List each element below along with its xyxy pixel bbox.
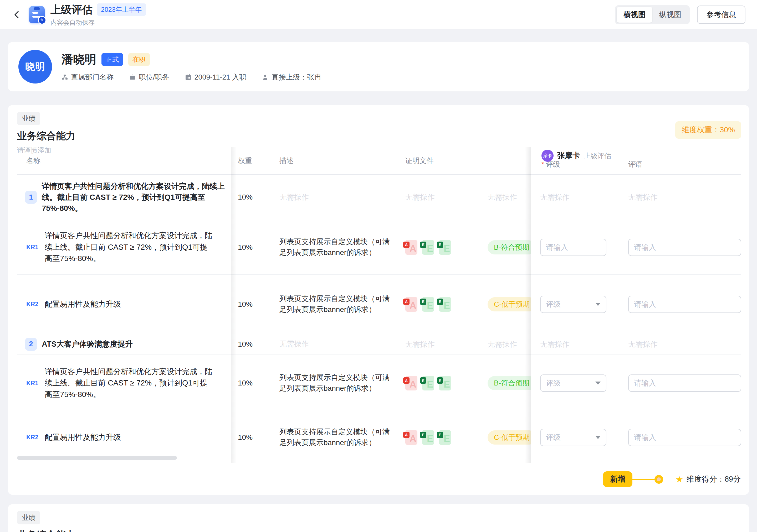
comment-control-cell: 请输入 — [620, 412, 741, 463]
rating-select[interactable]: 评级 — [540, 375, 606, 392]
status-badge: 在职 — [128, 53, 150, 66]
rating-control-cell: 无需操作 — [531, 175, 620, 220]
back-button[interactable] — [11, 9, 23, 21]
dimension-footer: 新增 ★ 维度得分：89分 — [8, 464, 749, 495]
comment-input[interactable]: 请输入 — [628, 375, 741, 392]
pdf-file-icon[interactable]: AA — [405, 297, 417, 312]
rating-select[interactable]: 评级 — [540, 296, 606, 313]
comment-control-cell: 无需操作 — [620, 175, 741, 220]
evaluation-app-icon: ✎ — [29, 6, 45, 23]
excel-file-icon[interactable]: EE — [422, 240, 434, 255]
excel-file-icon[interactable]: EE — [422, 430, 434, 445]
excel-watermark: E — [427, 379, 433, 390]
weight-cell: 10% — [231, 175, 277, 220]
department-item: 直属部门名称 — [62, 72, 113, 82]
pdf-file-icon[interactable]: AA — [405, 240, 417, 255]
rating-control-cell: 评级 — [531, 354, 620, 412]
reference-info-button[interactable]: 参考信息 — [697, 6, 745, 24]
comment-input[interactable]: 请输入 — [628, 429, 741, 446]
excel-file-icon[interactable]: EE — [422, 376, 434, 390]
onboarding-dot[interactable] — [654, 475, 663, 484]
evidence-files-cell: 无需操作 — [402, 175, 488, 220]
pdf-watermark: A — [409, 379, 416, 390]
column-header-rating: 摩卡 张摩卡 上级评估 *评级 — [531, 147, 620, 175]
not-applicable-text: 无需操作 — [628, 339, 658, 349]
horizontal-scrollbar[interactable] — [17, 456, 177, 460]
pdf-watermark: A — [409, 243, 416, 254]
column-header-files: 证明文件 — [402, 147, 488, 175]
rating-input[interactable]: 请输入 — [540, 239, 606, 256]
rating-result-pill: C-低于预期 — [488, 431, 531, 445]
excel-file-icon[interactable]: EE — [422, 297, 434, 312]
evidence-files-cell: AAEEEE — [402, 412, 488, 463]
excel-file-icon[interactable]: EE — [439, 240, 451, 255]
not-applicable-text: 无需操作 — [540, 192, 570, 202]
excel-badge: E — [420, 377, 426, 384]
rating-control-cell: 请输入 — [531, 220, 620, 275]
objective-name: 详情页客户共性问题分析和优化方案设计完成，陆续上线。截止目前 CAST ≥ 72… — [42, 181, 227, 214]
dimension-title: 业务综合能力 — [17, 129, 740, 143]
weight-cell: 10% — [231, 412, 277, 463]
comment-input[interactable]: 请输入 — [628, 239, 741, 256]
excel-badge: E — [420, 241, 426, 248]
kr-row-name-cell: KR2配置易用性及能力升级 — [17, 275, 231, 334]
caret-down-icon — [595, 436, 601, 439]
kr-row-name-cell: KR2配置易用性及能力升级 — [17, 412, 231, 463]
evidence-files-cell: 无需操作 — [402, 334, 488, 354]
comment-input[interactable]: 请输入 — [628, 296, 741, 313]
manager-item: 直接上级：张冉 — [262, 72, 321, 82]
excel-file-icon[interactable]: EE — [439, 376, 451, 390]
kr-index-label: KR1 — [26, 244, 41, 251]
excel-badge: E — [437, 241, 443, 248]
employment-type-badge: 正式 — [102, 53, 123, 66]
comment-control-cell: 请输入 — [620, 220, 741, 275]
rating-result-cell: B-符合预期 — [488, 220, 531, 275]
rating-result-pill: B-符合预期 — [488, 376, 531, 390]
rating-result-cell: 无需操作 — [488, 334, 531, 354]
column-header-name: 名称 — [17, 147, 231, 175]
add-button[interactable]: 新增 — [603, 471, 632, 487]
rating-result-pill: B-符合预期 — [488, 240, 531, 254]
not-applicable-text: 无需操作 — [488, 339, 517, 349]
kr-row-name-cell: KR1详情页客户共性问题分析和优化方案设计完成，陆续上线。截止目前 CAST ≥… — [17, 220, 231, 275]
eval-table-grid: 名称 权重 描述 证明文件 摩卡 张摩卡 上级评估 *评级 评语 1详情页客户共… — [17, 147, 741, 463]
excel-badge: E — [437, 377, 443, 384]
excel-badge: E — [420, 432, 426, 438]
excel-watermark: E — [444, 300, 450, 311]
rating-result-cell: B-符合预期 — [488, 354, 531, 412]
autosave-hint: 内容会自动保存 — [50, 18, 146, 27]
column-header-comment: 评语 — [620, 147, 741, 175]
evaluator-name: 张摩卡 — [557, 151, 580, 161]
view-vertical-button[interactable]: 纵视图 — [652, 7, 688, 23]
pencil-icon: ✎ — [38, 16, 46, 24]
objective-row-name-cell: 2ATS大客户体验满意度提升 — [17, 334, 231, 354]
excel-watermark: E — [444, 243, 450, 254]
rating-result-pill: C-低于预期 — [488, 297, 531, 311]
kr-index-label: KR2 — [26, 434, 41, 441]
score-label: 维度得分： — [686, 475, 725, 483]
column-header-result — [488, 147, 531, 175]
pdf-badge: A — [403, 377, 409, 384]
evaluator-header: 摩卡 张摩卡 上级评估 — [541, 150, 611, 162]
view-horizontal-button[interactable]: 横视图 — [617, 7, 652, 23]
pdf-file-icon[interactable]: AA — [405, 430, 417, 445]
rating-result-cell: 无需操作 — [488, 175, 531, 220]
excel-badge: E — [420, 298, 426, 305]
pdf-file-icon[interactable]: AA — [405, 376, 417, 390]
evidence-files-cell: AAEEEE — [402, 354, 488, 412]
rating-select[interactable]: 评级 — [540, 429, 606, 446]
objective-name: ATS大客户体验满意度提升 — [42, 339, 133, 350]
excel-file-icon[interactable]: EE — [439, 297, 451, 312]
evidence-files-cell: AAEEEE — [402, 220, 488, 275]
description-cell: 列表页支持展示自定义模块（可满足列表页展示banner的诉求） — [277, 220, 402, 275]
page: ✎ 上级评估 2023年上半年 内容会自动保存 横视图 纵视图 参考信息 晓明 … — [0, 0, 757, 532]
excel-file-icon[interactable]: EE — [439, 430, 451, 445]
evidence-files-cell: AAEEEE — [402, 275, 488, 334]
evaluator-avatar: 摩卡 — [541, 150, 554, 162]
kr-index-label: KR2 — [26, 301, 41, 308]
kr-name: 配置易用性及能力升级 — [45, 298, 121, 310]
dimension-tag: 业绩 — [17, 511, 40, 524]
evaluator-role: 上级评估 — [584, 151, 611, 160]
not-applicable-text: 无需操作 — [405, 339, 435, 349]
excel-watermark: E — [427, 300, 433, 311]
